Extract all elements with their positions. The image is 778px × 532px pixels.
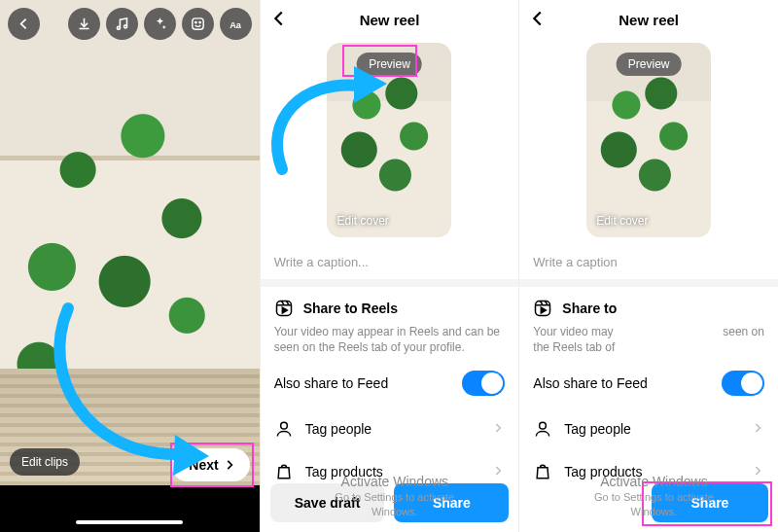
- divider: [519, 279, 778, 287]
- user-icon: [533, 419, 552, 439]
- section-title: Share to Reels: [303, 301, 398, 316]
- cover-thumbnail[interactable]: Preview Edit cover: [327, 43, 451, 237]
- back-icon[interactable]: [8, 8, 40, 40]
- reels-icon: [274, 299, 294, 318]
- cover-thumbnail[interactable]: Preview Edit cover: [586, 43, 711, 237]
- next-button-label: Next: [189, 457, 218, 473]
- back-icon[interactable]: [527, 8, 548, 33]
- footer-buttons: Share: [519, 483, 778, 522]
- share-button[interactable]: Share: [394, 483, 509, 522]
- section-desc: Your video may appear in Reels and can b…: [274, 324, 506, 355]
- section-desc-line2: the Reels tab of: [533, 339, 764, 355]
- edit-clips-button[interactable]: Edit clips: [10, 448, 80, 476]
- divider: [261, 279, 519, 287]
- download-icon[interactable]: [68, 8, 100, 40]
- svg-point-3: [194, 21, 195, 22]
- chevron-right-icon: [751, 421, 764, 438]
- preview-button[interactable]: Preview: [617, 53, 682, 76]
- bottom-bar: [0, 485, 260, 532]
- also-share-toggle[interactable]: [722, 371, 764, 396]
- chevron-right-icon: [223, 458, 236, 472]
- svg-point-13: [540, 423, 547, 430]
- header: New reel: [261, 0, 519, 39]
- editor-canvas: Aa Edit clips Next: [0, 0, 260, 532]
- effects-icon[interactable]: [144, 8, 176, 40]
- share-to-reels-section: Share to Reels Your video may appear in …: [261, 287, 519, 359]
- tag-products-label: Tag products: [564, 464, 642, 479]
- screen-new-reel-a: New reel Preview Edit cover Write a capt…: [260, 0, 519, 532]
- header-title: New reel: [360, 12, 420, 28]
- svg-point-10: [280, 423, 287, 430]
- edit-cover-button[interactable]: Edit cover: [596, 214, 648, 228]
- editor-toolbar: Aa: [0, 8, 260, 40]
- tag-people-row[interactable]: Tag people: [519, 408, 778, 450]
- chevron-right-icon: [751, 464, 764, 480]
- svg-point-4: [199, 21, 200, 22]
- preview-button[interactable]: Preview: [357, 53, 422, 76]
- bag-icon: [274, 462, 294, 481]
- svg-text:Aa: Aa: [230, 20, 242, 30]
- sticker-icon[interactable]: [182, 8, 214, 40]
- svg-rect-2: [192, 18, 202, 29]
- svg-point-0: [117, 26, 120, 29]
- also-share-label: Also share to Feed: [274, 375, 389, 391]
- share-to-section: Share to Your video may seen on the Reel…: [519, 287, 778, 359]
- tag-products-label: Tag products: [305, 464, 383, 479]
- next-button[interactable]: Next: [171, 448, 249, 481]
- section-title: Share to: [562, 301, 617, 316]
- also-share-to-feed-row: Also share to Feed: [519, 359, 778, 408]
- svg-marker-9: [282, 307, 287, 313]
- also-share-to-feed-row: Also share to Feed: [261, 359, 519, 408]
- reels-icon: [533, 299, 552, 318]
- screen-new-reel-b: New reel Preview Edit cover Write a capt…: [518, 0, 778, 532]
- caption-input[interactable]: Write a caption...: [261, 237, 519, 279]
- screen-editor: Aa Edit clips Next: [0, 0, 260, 532]
- footer-buttons: Save draft Share: [261, 483, 519, 522]
- music-icon[interactable]: [106, 8, 138, 40]
- text-icon[interactable]: Aa: [220, 8, 252, 40]
- user-icon: [274, 419, 294, 439]
- header-title: New reel: [619, 12, 679, 28]
- svg-point-1: [124, 25, 126, 28]
- chevron-right-icon: [491, 464, 505, 480]
- tag-people-row[interactable]: Tag people: [261, 408, 519, 450]
- tag-people-label: Tag people: [564, 421, 631, 437]
- also-share-toggle[interactable]: [462, 371, 505, 396]
- header: New reel: [519, 0, 778, 39]
- bag-icon: [533, 462, 552, 481]
- caption-input[interactable]: Write a caption: [519, 237, 778, 279]
- home-indicator: [76, 520, 183, 524]
- section-desc: Your video may seen on: [533, 324, 764, 339]
- chevron-right-icon: [491, 421, 505, 438]
- back-icon[interactable]: [268, 8, 290, 33]
- share-button[interactable]: Share: [652, 483, 768, 522]
- tag-people-label: Tag people: [305, 421, 372, 437]
- edit-cover-button[interactable]: Edit cover: [336, 214, 388, 228]
- also-share-label: Also share to Feed: [533, 375, 648, 391]
- svg-marker-12: [542, 307, 547, 313]
- save-draft-button[interactable]: Save draft: [270, 483, 385, 522]
